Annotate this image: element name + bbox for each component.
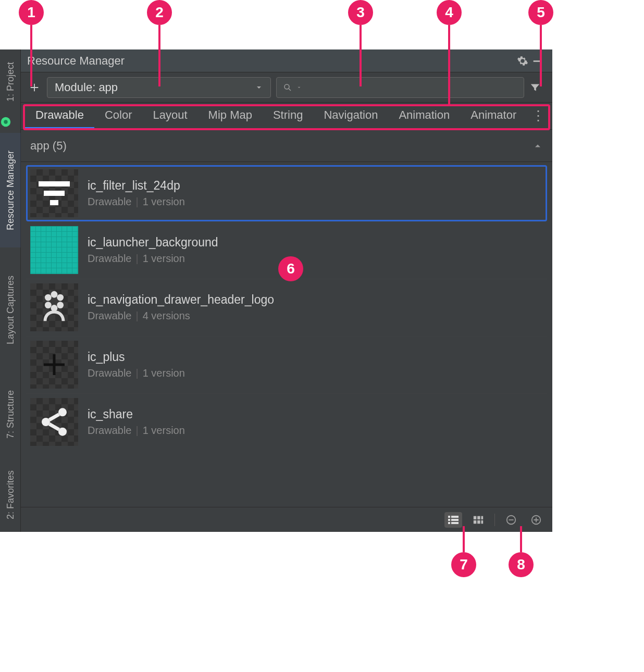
svg-point-10 xyxy=(45,294,52,301)
chevron-up-icon xyxy=(532,141,543,151)
svg-rect-18 xyxy=(448,522,450,524)
footer-bar xyxy=(21,507,552,532)
zoom-out-button[interactable] xyxy=(502,512,520,528)
callout-3-leader xyxy=(360,25,362,86)
tabs-overflow-icon[interactable]: ⋮ xyxy=(531,108,545,124)
resource-row[interactable]: ic_navigation_drawer_header_logo Drawabl… xyxy=(26,279,547,336)
svg-rect-23 xyxy=(474,520,477,523)
resource-manager-window: 1: Project Resource Manager Layout Captu… xyxy=(0,49,552,532)
callout-5-leader xyxy=(540,25,542,86)
tab-animator[interactable]: Animator xyxy=(460,103,527,129)
toolbar: Module: app xyxy=(21,72,552,103)
callout-8: 8 xyxy=(509,552,534,577)
callout-1-leader xyxy=(30,25,32,86)
window-title: Resource Manager xyxy=(27,54,517,68)
svg-rect-19 xyxy=(451,522,459,524)
callout-6: 6 xyxy=(278,256,303,281)
resource-name: ic_filter_list_24dp xyxy=(88,179,185,193)
svg-point-11 xyxy=(58,408,67,416)
callout-7: 7 xyxy=(451,552,476,577)
toolstrip-resource-manager[interactable]: Resource Manager xyxy=(0,133,21,247)
tab-layout[interactable]: Layout xyxy=(143,103,198,129)
resource-row[interactable]: ic_share Drawable|1 version xyxy=(26,393,547,451)
left-tool-strip: 1: Project Resource Manager Layout Captu… xyxy=(0,49,21,532)
tab-string[interactable]: String xyxy=(263,103,313,129)
title-bar: Resource Manager xyxy=(21,49,552,72)
svg-rect-22 xyxy=(481,516,484,519)
svg-rect-24 xyxy=(477,520,480,523)
resource-labels: ic_navigation_drawer_header_logo Drawabl… xyxy=(88,293,274,322)
callout-7-leader xyxy=(463,526,465,552)
search-box[interactable] xyxy=(276,77,524,98)
svg-point-1 xyxy=(4,120,7,123)
svg-rect-14 xyxy=(448,516,450,518)
callout-8-leader xyxy=(520,526,522,552)
resource-labels: ic_launcher_background Drawable|1 versio… xyxy=(88,235,218,265)
resource-meta: Drawable|1 version xyxy=(88,196,185,208)
main-column: Resource Manager Module: app xyxy=(21,49,552,532)
tab-color[interactable]: Color xyxy=(94,103,143,129)
search-input[interactable] xyxy=(306,81,517,93)
section-header[interactable]: app (5) xyxy=(21,130,552,162)
grid-view-button[interactable] xyxy=(469,512,487,528)
callout-5: 5 xyxy=(528,0,553,25)
footer-divider xyxy=(494,514,495,526)
resource-thumb-launcher-bg xyxy=(30,226,78,274)
toolstrip-layout-captures[interactable]: Layout Captures xyxy=(0,258,21,362)
svg-point-13 xyxy=(58,428,67,436)
resource-meta: Drawable|1 version xyxy=(88,425,185,437)
resource-name: ic_navigation_drawer_header_logo xyxy=(88,293,274,307)
callout-4: 4 xyxy=(437,0,462,25)
svg-rect-15 xyxy=(451,516,459,518)
callout-3: 3 xyxy=(348,0,373,25)
svg-rect-20 xyxy=(474,516,477,519)
callout-4-leader xyxy=(448,25,450,105)
dropdown-arrow-icon xyxy=(296,85,302,90)
toolstrip-favorites[interactable]: 2: Favorites xyxy=(0,461,21,529)
svg-point-12 xyxy=(42,418,50,426)
filter-button[interactable] xyxy=(529,82,546,93)
resource-thumb-flower-icon xyxy=(30,283,78,331)
svg-rect-16 xyxy=(448,519,450,521)
callout-2: 2 xyxy=(147,0,172,25)
tabs-bar: Drawable Color Layout Mip Map String Nav… xyxy=(21,103,552,130)
minimize-icon[interactable] xyxy=(531,55,546,67)
resource-thumb-share-icon xyxy=(30,398,78,446)
resource-name: ic_launcher_background xyxy=(88,235,218,250)
callout-1: 1 xyxy=(19,0,44,25)
callout-2-leader xyxy=(158,25,160,86)
tab-navigation[interactable]: Navigation xyxy=(313,103,388,129)
resource-meta: Drawable|4 versions xyxy=(88,310,274,322)
resource-row[interactable]: ic_plus Drawable|1 version xyxy=(26,336,547,393)
svg-point-7 xyxy=(57,302,64,308)
resource-name: ic_share xyxy=(88,407,185,421)
resource-meta: Drawable|1 version xyxy=(88,367,185,379)
resource-labels: ic_filter_list_24dp Drawable|1 version xyxy=(88,179,185,208)
svg-rect-21 xyxy=(477,516,480,519)
toolstrip-project[interactable]: 1: Project xyxy=(0,51,21,113)
search-icon xyxy=(283,83,292,92)
section-header-label: app (5) xyxy=(30,139,67,153)
tab-drawable[interactable]: Drawable xyxy=(25,103,94,129)
chevron-down-icon xyxy=(255,83,263,92)
svg-point-5 xyxy=(51,291,58,298)
resource-row[interactable]: ic_filter_list_24dp Drawable|1 version xyxy=(26,165,547,221)
resource-labels: ic_plus Drawable|1 version xyxy=(88,350,185,379)
list-view-button[interactable] xyxy=(444,512,462,528)
resource-labels: ic_share Drawable|1 version xyxy=(88,407,185,437)
zoom-in-button[interactable] xyxy=(527,512,545,528)
gear-icon[interactable] xyxy=(517,55,531,67)
resource-meta: Drawable|1 version xyxy=(88,253,218,265)
svg-point-3 xyxy=(284,84,289,89)
module-select-label: Module: app xyxy=(55,81,118,94)
resource-thumb-plus-icon xyxy=(30,341,78,389)
tab-animation[interactable]: Animation xyxy=(388,103,460,129)
android-icon xyxy=(0,116,21,128)
resource-list: ic_filter_list_24dp Drawable|1 version i… xyxy=(21,162,552,507)
svg-point-6 xyxy=(57,294,64,301)
resource-thumb-filter-icon xyxy=(30,169,78,217)
tab-mipmap[interactable]: Mip Map xyxy=(198,103,263,129)
svg-rect-25 xyxy=(481,520,484,523)
toolstrip-structure[interactable]: 7: Structure xyxy=(0,372,21,456)
add-button[interactable] xyxy=(27,80,42,95)
